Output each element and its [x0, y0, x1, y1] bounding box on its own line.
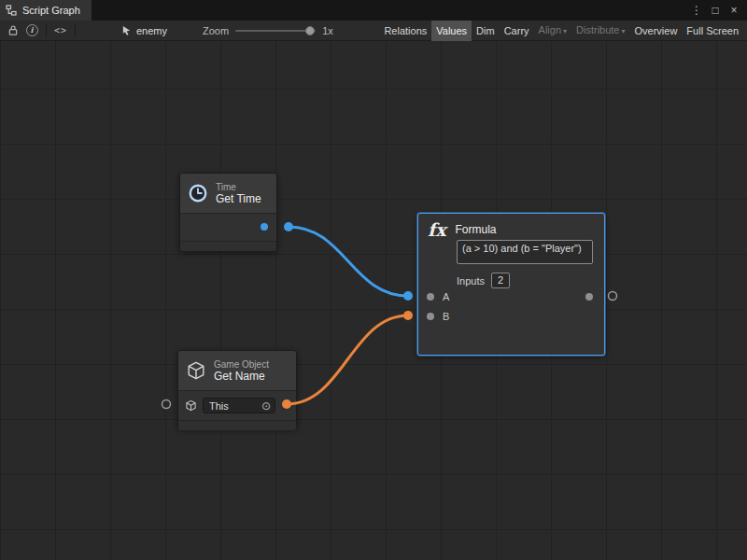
title-bar: Script Graph ⋮ □ ×: [0, 0, 747, 21]
node-header: Time Get Time: [180, 174, 276, 214]
formula-inputs-row: Inputs 2: [457, 273, 510, 288]
wire-gettime-to-formula-a[interactable]: [289, 227, 408, 296]
toolbar-buttons: Relations Values Dim Carry Align▾ Distri…: [379, 21, 743, 41]
chevron-down-icon: ▾: [622, 27, 626, 35]
node-footer: [180, 241, 276, 251]
zoom-control: Zoom 1x: [203, 25, 333, 36]
script-graph-window: Script Graph ⋮ □ × i <>: [0, 0, 747, 560]
chevron-down-icon: ▾: [563, 27, 567, 35]
port-row-b: B: [418, 307, 604, 326]
node-get-time[interactable]: Time Get Time: [179, 173, 277, 251]
graph-icon: [6, 5, 17, 16]
info-icon[interactable]: i: [22, 21, 41, 40]
zoom-label: Zoom: [203, 25, 229, 36]
formula-icon: fx: [428, 219, 446, 240]
cube-icon: [185, 399, 197, 412]
cursor-icon: [121, 25, 132, 36]
zoom-slider-handle[interactable]: [305, 26, 315, 35]
tab-title: Script Graph: [22, 5, 80, 16]
port-b-label: B: [443, 311, 449, 322]
node-body: [180, 214, 276, 241]
align-button[interactable]: Align▾: [534, 20, 571, 42]
socket-formula-output[interactable]: [609, 292, 617, 301]
lock-icon[interactable]: [4, 21, 22, 40]
connection-layer: [0, 41, 747, 560]
dim-button[interactable]: Dim: [472, 21, 500, 41]
overview-button[interactable]: Overview: [630, 21, 683, 41]
node-formula[interactable]: fx Formula (a > 10) and (b = "Player") I…: [417, 213, 605, 356]
node-footer: [178, 420, 296, 430]
maximize-icon[interactable]: □: [708, 0, 723, 21]
toolbar-separator: [75, 24, 76, 37]
object-picker-icon[interactable]: ⊙: [261, 400, 271, 412]
graph-name-label: enemy: [136, 25, 167, 36]
code-view-icon[interactable]: <>: [51, 21, 70, 40]
node-title: Get Name: [214, 371, 269, 383]
input-port-b[interactable]: [427, 313, 434, 320]
target-object-value: This: [209, 400, 229, 412]
target-object-field[interactable]: This ⊙: [203, 398, 275, 413]
zoom-slider[interactable]: [235, 30, 316, 32]
node-body: This ⊙: [178, 391, 296, 420]
port-a-label: A: [443, 291, 449, 302]
output-port-result[interactable]: [585, 293, 593, 301]
node-header: Game Object Get Name: [178, 351, 296, 391]
input-port-a[interactable]: [427, 293, 434, 301]
graph-canvas[interactable]: Time Get Time fx Formula (a > 10) and (b…: [0, 41, 747, 560]
carry-button[interactable]: Carry: [500, 21, 534, 41]
socket-getname-target-input[interactable]: [162, 400, 171, 409]
port-row-a: A: [418, 287, 604, 306]
toolbar-separator: [46, 24, 47, 37]
node-title: Formula: [456, 223, 497, 236]
relations-button[interactable]: Relations: [379, 21, 431, 41]
graph-breadcrumb[interactable]: enemy: [121, 25, 167, 36]
values-button[interactable]: Values: [431, 21, 472, 41]
tab-script-graph[interactable]: Script Graph: [0, 0, 92, 21]
node-get-name[interactable]: Game Object Get Name This ⊙: [177, 350, 297, 428]
node-title: Get Time: [216, 193, 261, 205]
cube-icon: [186, 360, 206, 381]
window-controls: ⋮ □ ×: [689, 0, 747, 21]
fullscreen-button[interactable]: Full Screen: [682, 21, 743, 41]
node-header: fx Formula: [428, 219, 497, 240]
inputs-count-field[interactable]: 2: [491, 273, 510, 288]
inputs-label: Inputs: [457, 275, 485, 287]
distribute-button[interactable]: Distribute▾: [571, 20, 629, 42]
window-menu-icon[interactable]: ⋮: [689, 0, 704, 21]
clock-icon: [188, 183, 208, 203]
zoom-value: 1x: [322, 25, 333, 36]
formula-expression-input[interactable]: (a > 10) and (b = "Player"): [457, 240, 593, 264]
wire-getname-to-formula-b[interactable]: [287, 315, 408, 404]
graph-toolbar: i <> enemy Zoom 1x Relations Values Dim …: [0, 21, 747, 41]
close-icon[interactable]: ×: [726, 0, 741, 21]
